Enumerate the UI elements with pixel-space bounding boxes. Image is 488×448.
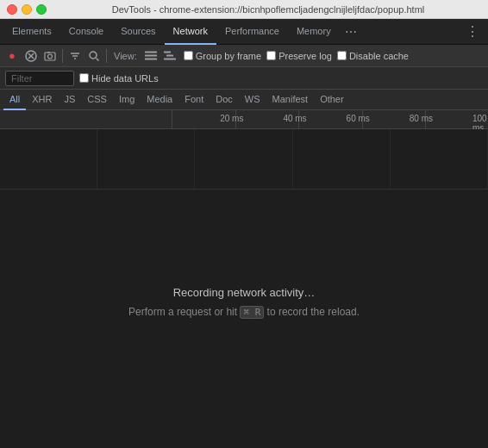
type-tab-doc[interactable]: Doc <box>210 90 239 110</box>
timeline-col-5 <box>391 129 488 189</box>
tab-elements[interactable]: Elements <box>3 19 60 45</box>
type-tab-other[interactable]: Other <box>314 90 350 110</box>
type-tab-css[interactable]: CSS <box>81 90 113 110</box>
timeline-ticks: 20 ms40 ms60 ms80 ms100 ms <box>172 110 488 128</box>
group-by-frame-label[interactable]: Group by frame <box>196 51 261 61</box>
timeline-col-2 <box>97 129 195 189</box>
main-content: ● <box>0 45 488 448</box>
svg-rect-11 <box>145 51 157 53</box>
timeline-tick-label-0: 20 ms <box>220 114 243 123</box>
hint-before: Perform a request or hit <box>128 306 240 318</box>
minimize-button[interactable] <box>22 4 32 15</box>
keyboard-shortcut: ⌘ R <box>240 306 264 319</box>
devtools-menu-icon[interactable]: ⋮ <box>460 23 485 40</box>
timeline-body <box>0 129 488 190</box>
empty-state: Recording network activity… Perform a re… <box>0 190 488 448</box>
timeline-header: 20 ms40 ms60 ms80 ms100 ms <box>0 110 488 129</box>
type-tab-media[interactable]: Media <box>141 90 178 110</box>
titlebar: DevTools - chrome-extension://bicnhpofle… <box>0 0 488 19</box>
close-button[interactable] <box>7 4 17 15</box>
recording-text: Recording network activity… <box>173 286 316 299</box>
type-tab-manifest[interactable]: Manifest <box>266 90 315 110</box>
type-tab-xhr[interactable]: XHR <box>26 90 58 110</box>
search-button[interactable] <box>85 47 103 65</box>
timeline-left-space <box>0 110 172 128</box>
svg-rect-3 <box>45 53 55 60</box>
timeline-tick-label-3: 80 ms <box>410 114 433 123</box>
hint-text: Perform a request or hit ⌘ R to record t… <box>128 306 360 318</box>
waterfall-view-button[interactable] <box>161 47 178 65</box>
timeline-tick-label-1: 40 ms <box>283 114 306 123</box>
more-tabs-icon[interactable]: ⋯ <box>340 25 362 39</box>
tab-console[interactable]: Console <box>60 19 112 45</box>
svg-rect-16 <box>164 58 176 59</box>
group-by-frame-option: Group by frame <box>184 51 261 61</box>
hide-data-urls-option: Hide data URLs <box>79 73 159 84</box>
toolbar-divider-2 <box>106 49 107 63</box>
filter-input[interactable] <box>5 71 74 86</box>
svg-rect-14 <box>164 51 171 53</box>
window-controls <box>7 4 47 15</box>
svg-point-4 <box>48 54 53 59</box>
hide-data-urls-checkbox[interactable] <box>79 73 89 83</box>
svg-rect-13 <box>145 58 157 59</box>
hint-after: to record the reload. <box>264 306 360 318</box>
timeline-tick-label-2: 60 ms <box>347 114 370 123</box>
disable-cache-checkbox[interactable] <box>337 51 347 60</box>
screenshot-button[interactable] <box>41 47 59 65</box>
tab-network[interactable]: Network <box>165 19 216 45</box>
timeline-col-3 <box>195 129 292 189</box>
svg-rect-15 <box>166 54 173 56</box>
tab-performance[interactable]: Performance <box>216 19 288 45</box>
preserve-log-option: Preserve log <box>266 51 332 61</box>
type-tab-font[interactable]: Font <box>178 90 210 110</box>
timeline-col-1 <box>0 129 97 189</box>
maximize-button[interactable] <box>36 4 47 15</box>
toolbar-divider-1 <box>62 49 63 63</box>
timeline-columns <box>0 129 488 189</box>
filter-button[interactable] <box>66 47 84 65</box>
hide-data-urls-label[interactable]: Hide data URLs <box>91 73 159 84</box>
timeline-col-4 <box>293 129 391 189</box>
view-toggle <box>142 47 178 65</box>
svg-point-9 <box>90 52 97 59</box>
list-view-button[interactable] <box>142 47 160 65</box>
svg-line-10 <box>97 58 99 60</box>
tab-sources[interactable]: Sources <box>112 19 164 45</box>
group-by-frame-checkbox[interactable] <box>184 51 193 60</box>
record-button[interactable]: ● <box>3 47 21 65</box>
devtools-tab-bar: Elements Console Sources Network Perform… <box>0 19 488 45</box>
type-tab-all[interactable]: All <box>3 90 26 110</box>
preserve-log-checkbox[interactable] <box>266 51 276 60</box>
type-tab-ws[interactable]: WS <box>239 90 266 110</box>
svg-rect-5 <box>47 52 50 53</box>
tab-memory[interactable]: Memory <box>288 19 340 45</box>
svg-rect-12 <box>145 54 157 56</box>
window-title: DevTools - chrome-extension://bicnhpofle… <box>55 4 481 15</box>
network-toolbar: ● <box>0 45 488 67</box>
type-tab-img[interactable]: Img <box>113 90 141 110</box>
preserve-log-label[interactable]: Preserve log <box>278 51 332 61</box>
disable-cache-label[interactable]: Disable cache <box>349 51 409 61</box>
type-filter-tabs: All XHR JS CSS Img Media Font Doc WS Man… <box>0 90 488 110</box>
filter-bar: Hide data URLs <box>0 67 488 90</box>
clear-button[interactable] <box>22 47 40 65</box>
type-tab-js[interactable]: JS <box>58 90 81 110</box>
view-label: View: <box>110 51 141 61</box>
disable-cache-option: Disable cache <box>337 51 409 61</box>
